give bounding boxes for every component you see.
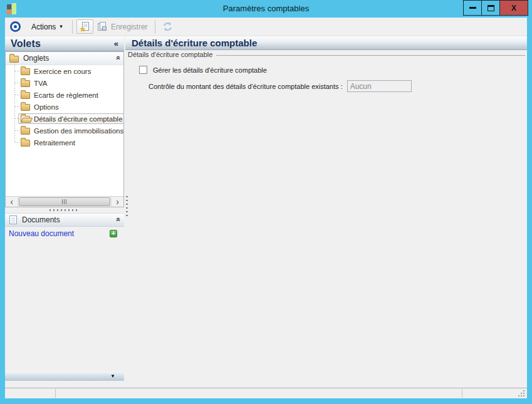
folder-icon bbox=[21, 128, 30, 135]
app-window: Paramètres comptables X Actions ▾ bbox=[0, 0, 532, 404]
titlebar[interactable]: Paramètres comptables X bbox=[0, 0, 532, 18]
horizontal-scrollbar[interactable]: ‹ › bbox=[6, 196, 123, 207]
save-icon bbox=[96, 21, 107, 32]
folder-icon bbox=[21, 80, 30, 87]
main-panel-header: Détails d'écriture comptable bbox=[125, 36, 527, 50]
window-title: Paramètres comptables bbox=[0, 0, 532, 18]
status-bar bbox=[5, 388, 527, 398]
new-document-icon bbox=[80, 21, 90, 32]
folder-icon bbox=[21, 104, 30, 111]
window-controls: X bbox=[464, 0, 528, 16]
minimize-icon bbox=[469, 7, 476, 9]
save-label: Enregistrer bbox=[111, 23, 148, 31]
refresh-icon bbox=[162, 21, 173, 32]
manage-details-label: Gérer les détails d'écriture comptable bbox=[153, 66, 267, 74]
volets-panel-header: Volets « bbox=[5, 36, 124, 51]
document-icon bbox=[9, 215, 17, 224]
tree-item-retraitement[interactable]: Retraitement bbox=[6, 137, 123, 148]
collapse-sidebar-icon[interactable]: « bbox=[114, 39, 118, 48]
groupbox-legend-label: Détails d'écriture comptable bbox=[128, 51, 212, 58]
sidebar-collapse-bar[interactable]: ▼ bbox=[5, 371, 124, 381]
manage-details-row: Gérer les détails d'écriture comptable bbox=[139, 66, 267, 74]
minimize-button[interactable] bbox=[463, 0, 482, 16]
status-bar-separator bbox=[462, 389, 462, 398]
refresh-button[interactable] bbox=[159, 19, 176, 34]
chevron-double-up-icon[interactable]: » bbox=[114, 218, 122, 222]
scroll-left-button[interactable]: ‹ bbox=[6, 197, 18, 207]
add-document-button[interactable]: + bbox=[110, 230, 117, 237]
scrollbar-grip-icon bbox=[62, 199, 68, 204]
documents-group-label: Documents bbox=[22, 215, 60, 224]
tree-item-details-ecriture-comptable[interactable]: Détails d'écriture comptable bbox=[6, 113, 123, 125]
save-button[interactable]: Enregistrer bbox=[93, 19, 151, 34]
folder-icon bbox=[21, 92, 30, 99]
tree-item-ecarts-de-reglement[interactable]: Ecarts de règlement bbox=[6, 89, 123, 101]
window-resize-grip[interactable] bbox=[518, 390, 524, 396]
groupbox-legend: Détails d'écriture comptable bbox=[128, 51, 525, 58]
volets-title: Volets bbox=[11, 38, 41, 49]
close-button[interactable]: X bbox=[499, 0, 528, 16]
caret-down-icon: ▾ bbox=[60, 24, 63, 29]
new-document-link[interactable]: Nouveau document bbox=[9, 229, 74, 238]
tree-item-gestion-des-immobilisations[interactable]: Gestion des immobilisations bbox=[6, 125, 123, 137]
status-bar-separator bbox=[55, 389, 56, 398]
tree-item-options[interactable]: Options bbox=[6, 101, 123, 113]
caret-down-icon: ▼ bbox=[110, 374, 115, 379]
scroll-right-button[interactable]: › bbox=[111, 197, 123, 207]
sidebar-resize-handle[interactable] bbox=[126, 196, 128, 219]
tree-item-tva[interactable]: TVA bbox=[6, 77, 123, 89]
splitter-dots-icon bbox=[50, 209, 80, 211]
onglets-group-label: Onglets bbox=[23, 54, 49, 63]
documents-group-header[interactable]: Documents » bbox=[5, 213, 124, 227]
tree-item-exercice-en-cours[interactable]: Exercice en cours bbox=[6, 65, 123, 77]
new-document-button[interactable] bbox=[76, 19, 93, 34]
toolbar-separator bbox=[155, 20, 155, 34]
toolbar-separator bbox=[72, 20, 73, 34]
chevron-double-up-icon[interactable]: » bbox=[114, 56, 122, 60]
tree: Exercice en cours TVA Ecarts de règlemen… bbox=[6, 65, 123, 148]
onglets-tree-panel: Onglets » Exercice en cours TVA Ecarts d… bbox=[5, 51, 124, 207]
open-folder-icon bbox=[21, 116, 30, 123]
maximize-icon bbox=[488, 5, 494, 11]
folder-icon bbox=[21, 68, 30, 75]
amount-control-label: Contrôle du montant des détails d'écritu… bbox=[149, 83, 343, 90]
amount-control-input[interactable] bbox=[347, 80, 412, 92]
maximize-button[interactable] bbox=[481, 0, 500, 16]
folder-icon bbox=[21, 140, 30, 147]
toolbar: Actions ▾ Enregistrer bbox=[5, 18, 527, 36]
onglets-group-header[interactable]: Onglets » bbox=[6, 52, 123, 65]
page-title: Détails d'écriture comptable bbox=[132, 38, 257, 48]
actions-target-icon bbox=[10, 21, 21, 32]
horizontal-splitter-handle[interactable] bbox=[5, 207, 124, 213]
new-document-row: Nouveau document + bbox=[5, 227, 124, 241]
actions-menu-label: Actions bbox=[31, 23, 56, 31]
scrollbar-thumb[interactable] bbox=[19, 197, 110, 206]
actions-menu-button[interactable]: Actions ▾ bbox=[26, 19, 68, 34]
manage-details-checkbox[interactable] bbox=[139, 66, 147, 74]
amount-control-row: Contrôle du montant des détails d'écritu… bbox=[149, 80, 412, 92]
groupbox-line bbox=[216, 55, 525, 56]
folder-icon bbox=[9, 56, 19, 63]
close-icon: X bbox=[511, 4, 516, 13]
